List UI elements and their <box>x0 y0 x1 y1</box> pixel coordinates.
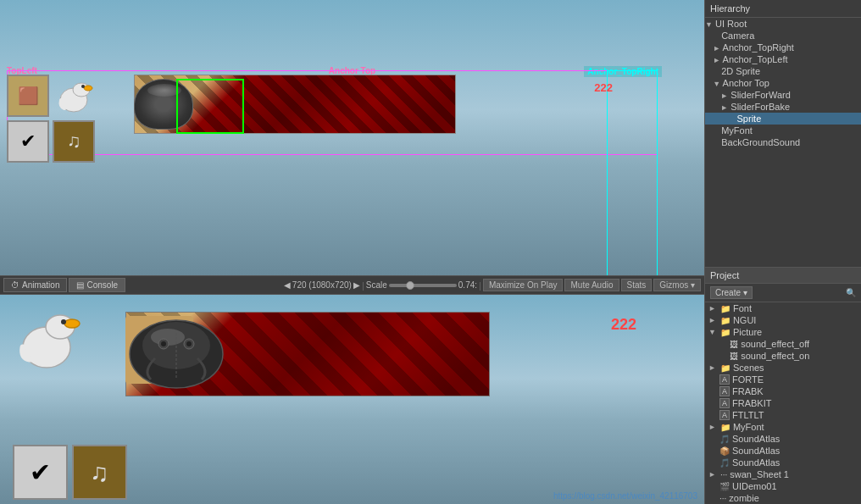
separator2: | <box>479 280 481 291</box>
proj-item-forte[interactable]: A FORTE <box>705 374 861 385</box>
proj-item-frabkit[interactable]: A FRABKIT <box>705 397 861 409</box>
proj-item-scenes[interactable]: ►📁 Scenes <box>705 362 861 374</box>
proj-item-uidemo01[interactable]: 🎬 UIDemo01 <box>705 480 861 492</box>
game-beetle-sprite <box>125 312 227 402</box>
texture-icon: 🟫 <box>18 86 39 106</box>
tree-item-2d-sprite[interactable]: 2D Sprite <box>705 65 861 77</box>
scene-area: TopLeft Anchor Top Anchor_TopRight 🟫 <box>0 0 704 275</box>
hierarchy-tree: ▼ UI Root Camera ► Anchor_TopRight ► Anc… <box>705 18 861 267</box>
project-panel: Project Create ▾ 🔍 ►📁 Font►📁 NGUI▼📁 Pict… <box>705 267 861 504</box>
bottom-panel: ⏱ Animation ▤ Console ◀ 720 (1080x720) ▶… <box>0 275 704 504</box>
proj-item-picture[interactable]: ▼📁 Picture <box>705 326 861 338</box>
console-tab[interactable]: ▤ Console <box>69 278 125 292</box>
project-header: Project <box>705 268 861 284</box>
tree-item-backgroundsound[interactable]: BackGroundSound <box>705 136 861 148</box>
sprite-topleft-group: 🟫 <box>7 75 95 117</box>
tree-item-sliderbake[interactable]: ► SliderForBake <box>705 101 861 113</box>
tree-item-camera[interactable]: Camera <box>705 30 861 42</box>
tree-item-sliderforward[interactable]: ► SliderForWard <box>705 89 861 101</box>
tree-item-myfont[interactable]: MyFont <box>705 125 861 136</box>
arrow-left-icon: ◀ <box>284 280 291 290</box>
sprite-texture-box: 🟫 <box>7 75 49 117</box>
watermark: https://blog.csdn.net/weixin_42116703 <box>553 491 697 501</box>
svg-point-15 <box>186 341 192 346</box>
game-view: ✔ ♫ 222 https://blog.csdn.net/weixin_421… <box>0 295 704 504</box>
svg-point-14 <box>161 341 166 346</box>
proj-item-sound-off[interactable]: 🖼 sound_effect_off <box>705 338 861 350</box>
console-icon: ▤ <box>76 280 84 290</box>
proj-item-swan-sheet[interactable]: ►··· swan_Sheet 1 <box>705 468 861 480</box>
arrow-right-icon: ▶ <box>353 280 360 290</box>
game-music-sprite: ♫ <box>72 445 127 500</box>
mute-btn[interactable]: Mute Audio <box>564 279 619 291</box>
tree-item-ui-root[interactable]: ▼ UI Root <box>705 18 861 30</box>
scale-group: Scale 0.74: <box>366 280 477 290</box>
scale-label: Scale <box>366 280 387 290</box>
svg-point-7 <box>61 319 66 324</box>
sprite-duck <box>53 75 95 117</box>
scale-thumb <box>406 281 414 290</box>
hierarchy-title: Hierarchy <box>710 3 750 14</box>
proj-item-soundatlas2[interactable]: 📦 SoundAtlas <box>705 445 861 457</box>
proj-item-soundatlas3[interactable]: 🎵 SoundAtlas <box>705 457 861 468</box>
tree-item-anchor-topright[interactable]: ► Anchor_TopRight <box>705 42 861 53</box>
resolution-select[interactable]: ◀ 720 (1080x720) ▶ <box>284 280 360 290</box>
main-container: TopLeft Anchor Top Anchor_TopRight 🟫 <box>0 0 861 504</box>
create-button[interactable]: Create ▾ <box>710 286 753 299</box>
animation-icon: ⏱ <box>11 280 19 290</box>
game-number-222: 222 <box>611 316 636 334</box>
proj-item-zombie[interactable]: ··· zombie <box>705 492 861 504</box>
proj-item-ftltlt[interactable]: A FTLTLT <box>705 409 861 421</box>
gizmos-btn[interactable]: Gizmos ▾ <box>653 279 701 291</box>
tree-item-anchor-topleft[interactable]: ► Anchor_TopLeft <box>705 53 861 65</box>
scene-number-222: 222 <box>594 81 613 94</box>
game-duck-sprite <box>13 303 81 382</box>
cyan-border-rect <box>607 70 658 275</box>
svg-point-3 <box>81 85 85 88</box>
svg-point-2 <box>84 86 92 91</box>
game-beetle-svg <box>125 312 227 392</box>
proj-item-sound-on[interactable]: 🖼 sound_effect_on <box>705 350 861 362</box>
animation-tab-label: Animation <box>22 280 59 290</box>
bottom-toolbar: ⏱ Animation ▤ Console ◀ 720 (1080x720) ▶… <box>0 276 704 295</box>
resolution-label: 720 (1080x720) <box>292 280 352 290</box>
proj-item-ngui[interactable]: ►📁 NGUI <box>705 314 861 326</box>
maximize-btn[interactable]: Maximize On Play <box>483 279 564 291</box>
svg-point-6 <box>64 319 80 328</box>
green-selection-box <box>176 79 244 134</box>
project-toolbar: Create ▾ 🔍 <box>705 284 861 302</box>
game-duck-svg <box>13 303 81 371</box>
game-check-sprite: ✔ <box>13 445 68 500</box>
proj-item-frabk[interactable]: A FRABK <box>705 385 861 397</box>
animation-tab[interactable]: ⏱ Animation <box>3 278 67 292</box>
tree-item-sprite[interactable]: Sprite <box>705 113 861 125</box>
project-title: Project <box>710 270 739 280</box>
console-tab-label: Console <box>86 280 118 290</box>
scale-value: 0.74: <box>458 280 477 290</box>
proj-item-myfont[interactable]: ►📁 MyFont <box>705 421 861 433</box>
duck-svg <box>54 76 93 115</box>
project-list: ►📁 Font►📁 NGUI▼📁 Picture 🖼 sound_effect_… <box>705 302 861 504</box>
stats-btn[interactable]: Stats <box>621 279 653 291</box>
right-panel: Hierarchy ▼ UI Root Camera ► Anchor_TopR… <box>704 0 861 504</box>
scale-slider[interactable] <box>389 284 457 287</box>
left-panel: TopLeft Anchor Top Anchor_TopRight 🟫 <box>0 0 704 504</box>
sprite-music: ♫ <box>53 120 95 163</box>
tree-item-anchor-top[interactable]: ▼ Anchor Top <box>705 77 861 89</box>
proj-item-soundatlas1[interactable]: 🎵 SoundAtlas <box>705 433 861 445</box>
search-icon[interactable]: 🔍 <box>846 288 856 297</box>
separator1: | <box>362 280 364 291</box>
proj-item-font[interactable]: ►📁 Font <box>705 302 861 314</box>
sprite-check: ✔ <box>7 120 49 163</box>
hierarchy-header: Hierarchy <box>705 0 861 18</box>
